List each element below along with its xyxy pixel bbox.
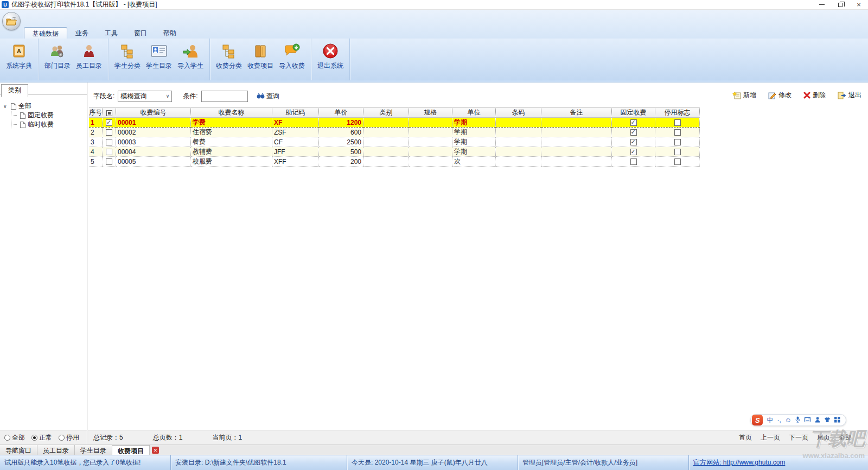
tab-employee-directory[interactable]: 员工目录 (37, 445, 75, 455)
prev-page-button[interactable]: 上一页 (761, 433, 780, 442)
ime-keyboard-icon[interactable] (804, 417, 811, 423)
fixed-fee-checkbox[interactable] (630, 139, 637, 145)
ime-account-icon[interactable] (815, 417, 820, 424)
toolbar-group-fees: 收费分类 收费项目 导入收费 (210, 39, 311, 80)
import-fee-button[interactable]: 导入收费 (276, 40, 308, 71)
ime-skin-icon[interactable] (824, 417, 831, 424)
collapse-icon[interactable]: ∨ (3, 104, 9, 109)
menu-tab-window[interactable]: 窗口 (126, 27, 155, 39)
delete-button[interactable]: 删除 (803, 91, 826, 100)
delete-label: 删除 (813, 91, 826, 100)
close-button[interactable]: × (850, 0, 868, 9)
folder-icon (6, 17, 17, 26)
fixed-fee-checkbox[interactable] (630, 149, 637, 155)
table-row[interactable]: 4 00004 教辅费 JFF 500 学期 (89, 147, 700, 157)
app-icon: U (2, 1, 9, 8)
exit-button[interactable]: 退出 (838, 91, 861, 100)
pagination-bar: 总记录：5 总页数：1 当前页：1 首页 上一页 下一页 尾页 全部 (88, 430, 868, 444)
next-page-button[interactable]: 下一页 (789, 433, 808, 442)
radio-label: 停用 (66, 433, 79, 442)
table-row[interactable]: 5 00005 校服费 XFF 200 次 (89, 157, 700, 167)
col-barcode: 条码 (496, 108, 541, 118)
ime-chinese-mode-icon[interactable]: 中 (767, 417, 773, 423)
close-tab-button[interactable]: ✕ (152, 447, 159, 454)
field-name-label: 字段名: (93, 92, 114, 101)
tree-node-temp-fee[interactable]: 临时收费 (11, 120, 87, 129)
stopped-checkbox[interactable] (674, 119, 681, 126)
stopped-checkbox[interactable] (674, 158, 681, 165)
restore-button[interactable] (831, 0, 850, 9)
row-checkbox[interactable] (106, 149, 112, 155)
minimize-icon (819, 4, 825, 5)
record-actions: 新增 修改 删除 退出 (732, 91, 861, 100)
ime-menu-grid-icon[interactable] (834, 417, 840, 424)
menu-tab-business[interactable]: 业务 (67, 27, 97, 39)
menu-tab-basic-data[interactable]: 基础数据 (24, 27, 67, 39)
col-select-all[interactable] (103, 108, 116, 118)
col-code: 收费编号 (116, 108, 191, 118)
employee-person-icon (80, 42, 98, 60)
exit-system-button[interactable]: 退出系统 (315, 40, 346, 71)
row-checkbox[interactable] (106, 129, 112, 136)
toolbar-group-exit: 退出系统 (311, 39, 350, 80)
condition-label: 条件: (183, 92, 197, 101)
table-row[interactable]: 2 00002 住宿费 ZSF 600 学期 (89, 128, 700, 137)
radio-normal[interactable]: 正常 (31, 433, 52, 442)
fee-items-button[interactable]: 收费项目 (245, 40, 276, 71)
last-page-button[interactable]: 尾页 (817, 433, 830, 442)
stopped-checkbox[interactable] (674, 139, 681, 145)
ime-microphone-icon[interactable] (795, 416, 800, 424)
col-spec: 规格 (409, 108, 452, 118)
fee-category-tree-icon (220, 42, 238, 60)
row-checkbox[interactable] (106, 119, 112, 126)
field-name-select[interactable]: 模糊查询 ∨ (118, 91, 172, 102)
import-student-button[interactable]: 导入学生 (175, 40, 206, 71)
title-bar: U 优图学校收据打印软件18.1【试用版】 - [收费项目] × (0, 0, 868, 10)
menu-tab-help[interactable]: 帮助 (155, 27, 184, 39)
add-button[interactable]: 新增 (732, 91, 756, 100)
student-category-button[interactable]: 学生分类 (112, 40, 143, 71)
fixed-fee-checkbox[interactable] (630, 158, 637, 165)
category-tab[interactable]: 类别 (1, 84, 28, 97)
svg-text:A: A (17, 48, 21, 54)
department-directory-button[interactable]: 部门目录 (42, 40, 73, 71)
search-button[interactable]: 查询 (257, 92, 279, 101)
table-row[interactable]: 3 00003 餐费 CF 2500 学期 (89, 137, 700, 147)
all-pages-button[interactable]: 全部 (839, 433, 852, 442)
tab-nav-window[interactable]: 导航窗口 (0, 445, 37, 455)
stopped-checkbox[interactable] (674, 149, 681, 155)
application-orb-button[interactable] (2, 12, 21, 30)
radio-all[interactable]: 全部 (4, 433, 25, 442)
first-page-button[interactable]: 首页 (739, 433, 752, 442)
system-dictionary-button[interactable]: A 系统字典 (3, 40, 35, 71)
minimize-button[interactable] (813, 0, 831, 9)
condition-input[interactable] (201, 91, 248, 102)
ime-punctuation-icon[interactable]: ·, (777, 417, 781, 423)
menu-tab-tools[interactable]: 工具 (97, 27, 126, 39)
install-dir: 安装目录: D:\新建文件夹\优图软件18.1 (171, 455, 347, 470)
sogou-logo-icon[interactable]: S (752, 415, 763, 425)
row-checkbox[interactable] (106, 139, 112, 145)
search-label: 查询 (266, 92, 279, 101)
student-directory-button[interactable]: 学生目录 (143, 40, 175, 71)
radio-stopped[interactable]: 停用 (59, 433, 79, 442)
user-info: 管理员[管理员/主管/会计/收款人/业务员] (518, 455, 689, 470)
col-unit: 单位 (452, 108, 496, 118)
ime-emoji-icon[interactable]: ☺ (785, 417, 792, 423)
tree-node-fixed-fee[interactable]: 固定收费 (11, 111, 87, 120)
binoculars-icon (257, 93, 265, 99)
import-fee-icon (283, 42, 301, 60)
fee-category-button[interactable]: 收费分类 (213, 40, 245, 71)
fixed-fee-checkbox[interactable] (630, 119, 637, 126)
tab-student-directory[interactable]: 学生目录 (75, 445, 112, 455)
employee-directory-button[interactable]: 员工目录 (73, 40, 105, 71)
row-checkbox[interactable] (106, 158, 112, 165)
edit-button[interactable]: 修改 (768, 91, 792, 100)
table-row[interactable]: 1 00001 学费 XF 1200 学期 (89, 118, 700, 128)
fixed-fee-checkbox[interactable] (630, 129, 637, 136)
stopped-checkbox[interactable] (674, 129, 681, 136)
radio-label: 全部 (12, 433, 25, 442)
tree-node-all[interactable]: ∨ 全部 (3, 101, 87, 111)
tab-fee-items[interactable]: 收费项目 (112, 445, 150, 455)
official-website-link[interactable]: 官方网站: http://www.ghutu.com (693, 458, 785, 467)
